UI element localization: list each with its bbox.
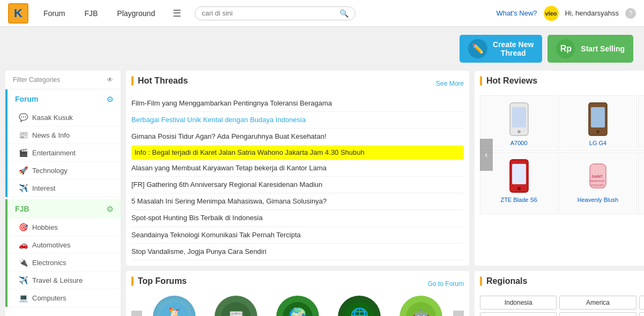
filter-icon[interactable]: 👁 [107, 76, 113, 84]
regionals-header-row: Regionals See All [480, 276, 644, 291]
thread-item[interactable]: Seandainya Teknologi Komunikasi Tak Pern… [131, 227, 464, 244]
svg-rect-1 [512, 107, 526, 127]
review-item-yamaha[interactable]: YAMAHA GT 125 Eagle Eye [638, 152, 644, 214]
regional-btn-america[interactable]: America [559, 296, 636, 310]
create-thread-button[interactable]: ✏️ Create NewThread [460, 35, 542, 63]
thread-item[interactable]: Gimana Posisi Tidur Agan? Ada Pengaruhny… [131, 129, 464, 145]
sidebar-item-automotives[interactable]: 🚗 Automotives [8, 236, 121, 254]
review-name-a7000: A7000 [510, 140, 528, 146]
thread-item[interactable]: Film-Film yang Menggambarkan Pentingnya … [131, 95, 464, 112]
forums-next-btn[interactable]: › [453, 311, 464, 316]
svg-rect-11 [512, 164, 526, 184]
svg-point-5 [596, 130, 599, 133]
forums-prev-btn[interactable]: ‹ [131, 311, 142, 316]
technology-icon: 🚀 [18, 166, 28, 175]
header: K Forum FJB Playground ☰ 🔍 What's New? v… [0, 0, 644, 27]
regional-btn-lainnya[interactable]: Lainnya [639, 312, 644, 316]
avatar: vleo [544, 6, 559, 21]
forum-item-kopdar[interactable]: 🌐 Kopdar [330, 296, 389, 316]
whats-new-link[interactable]: What's New? [496, 9, 537, 17]
review-name-lg-g4: LG G4 [589, 140, 606, 146]
review-item-lg-g4[interactable]: LG G4 [559, 95, 636, 151]
forum-item-android[interactable]: 🤖 Android [391, 296, 450, 316]
filter-label: Filter Categories [13, 76, 60, 84]
top-forums-go-forum[interactable]: Go to Forum [428, 280, 464, 288]
sidebar-forum-label: Forum [15, 95, 39, 103]
sidebar-forum-header[interactable]: Forum ⊙ [8, 89, 121, 109]
nav-fjb[interactable]: FJB [80, 6, 102, 20]
bottom-row: Top Forums Go to Forum ‹ 🍹 Lounge [126, 271, 644, 316]
thread-item[interactable]: Stop Vandalisme, Jogja Punya Cara Sendir… [131, 244, 464, 260]
technology-label: Technology [32, 167, 68, 175]
review-item-macfac[interactable]: M M MacFac Potato Stick [638, 95, 644, 151]
hot-reviews-header-row: Hot Reviews Go To FJB [480, 76, 644, 91]
hot-reviews-panel: Hot Reviews Go To FJB ‹ [475, 71, 644, 266]
hot-threads-header-row: Hot Threads See More [131, 76, 464, 91]
sidebar-item-kasak-kusuk[interactable]: 💬 Kasak Kusuk [8, 109, 121, 126]
start-selling-label: Start Selling [581, 44, 625, 53]
search-input[interactable] [202, 9, 339, 17]
forum-item-regional[interactable]: 🌍 Regional [268, 296, 327, 316]
header-right: What's New? vleo Hi, hendarsyahss ? [496, 6, 636, 21]
forums-row: ‹ 🍹 Lounge [131, 296, 464, 316]
entertainment-icon: 🎬 [18, 148, 28, 157]
hot-threads-title: Hot Threads [131, 76, 188, 86]
logo[interactable]: K [8, 3, 28, 24]
hobbies-label: Hobbies [32, 223, 58, 231]
regionals-title: Regionals [480, 276, 527, 286]
start-selling-button[interactable]: Rp Start Selling [547, 35, 633, 63]
sidebar-item-electronics[interactable]: 🔌 Electronics [8, 254, 121, 272]
review-img-a7000 [500, 100, 538, 138]
regional-btn-indonesia[interactable]: Indonesia [480, 296, 557, 310]
thread-item[interactable]: Berbagai Festival Unik Kental dengan Bud… [131, 112, 464, 129]
content-area: Hot Threads See More Film-Film yang Meng… [126, 71, 644, 316]
sidebar-fjb-header[interactable]: FJB ⊙ [8, 199, 121, 219]
username-label: Hi, hendarsyahss [565, 9, 619, 17]
reviews-grid: ‹ A7000 [480, 95, 644, 214]
sidebar-item-hobbies[interactable]: 🎯 Hobbies [8, 219, 121, 236]
svg-text:YOGURT: YOGURT [590, 184, 604, 187]
thread-item[interactable]: 5 Masalah Ini Sering Menimpa Mahasiswa, … [131, 193, 464, 210]
svg-text:📰: 📰 [229, 309, 244, 316]
thread-item[interactable]: Spot-spot Hunting Bis Terbaik di Indones… [131, 210, 464, 227]
help-icon[interactable]: ? [625, 8, 636, 19]
sidebar-item-computers[interactable]: 💻 Computers [8, 289, 121, 307]
action-bar: ✏️ Create NewThread Rp Start Selling [0, 27, 644, 71]
thread-item[interactable]: Alasan yang Membuat Karyawan Tetap beker… [131, 160, 464, 177]
search-box: 🔍 [195, 6, 356, 20]
svg-text:🤖: 🤖 [412, 307, 430, 316]
regionals-grid: Indonesia America Asia Australia Europe … [480, 296, 644, 316]
sidebar-item-technology[interactable]: 🚀 Technology [8, 162, 121, 179]
top-forums-panel: Top Forums Go to Forum ‹ 🍹 Lounge [126, 271, 469, 316]
search-icon[interactable]: 🔍 [339, 9, 349, 18]
top-row: Hot Threads See More Film-Film yang Meng… [126, 71, 644, 266]
regional-btn-europe[interactable]: Europe [559, 312, 636, 316]
hot-reviews-title: Hot Reviews [480, 76, 537, 86]
sidebar-item-entertainment[interactable]: 🎬 Entertainment [8, 144, 121, 162]
interest-label: Interest [32, 184, 55, 192]
hot-threads-see-more[interactable]: See More [436, 80, 464, 87]
review-item-heavenly-blush[interactable]: SAINT MANFAAT YOGURT Heavenly Blush [559, 152, 636, 214]
thread-item-highlighted[interactable]: Info : Begal terjadi di Karet Jalan Satr… [131, 146, 464, 160]
sidebar-item-travel-leisure[interactable]: ✈️ Travel & Leisure [8, 272, 121, 289]
logo-letter: K [14, 6, 23, 20]
svg-text:MANFAAT: MANFAAT [590, 179, 605, 183]
sidebar-item-interest[interactable]: ✈️ Interest [8, 179, 121, 197]
sidebar-section-fjb: FJB ⊙ 🎯 Hobbies 🚗 Automotives 🔌 Electron… [5, 199, 121, 307]
nav-forum[interactable]: Forum [39, 6, 69, 20]
sidebar-item-news-info[interactable]: 📰 News & Info [8, 126, 121, 144]
top-forums-header-row: Top Forums Go to Forum [131, 276, 464, 291]
forum-item-news[interactable]: 📰 News & Info [206, 296, 265, 316]
thread-list: Film-Film yang Menggambarkan Pentingnya … [131, 95, 464, 260]
forum-item-lounge[interactable]: 🍹 Lounge [145, 296, 204, 316]
nav-playground[interactable]: Playground [113, 6, 159, 20]
thread-item[interactable]: [FR] Gathering 6th Anniversary Regional … [131, 177, 464, 193]
regional-btn-australia[interactable]: Australia [480, 312, 557, 316]
regional-btn-asia[interactable]: Asia [639, 296, 644, 310]
reviews-prev-btn[interactable]: ‹ [480, 139, 493, 171]
interest-icon: ✈️ [18, 184, 28, 192]
travel-icon: ✈️ [18, 276, 28, 284]
news-info-icon: 📰 [18, 131, 28, 139]
automotives-label: Automotives [32, 241, 71, 249]
hamburger-icon[interactable]: ☰ [170, 5, 184, 22]
